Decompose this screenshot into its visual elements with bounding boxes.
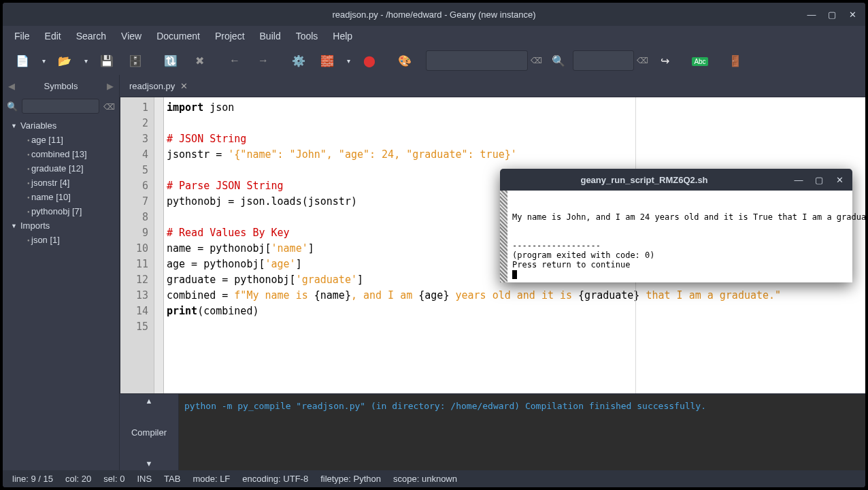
status-tab: TAB bbox=[164, 474, 180, 484]
symbol-filter-row: 🔍 bbox=[3, 97, 119, 116]
goto-entry[interactable] bbox=[573, 50, 634, 71]
statusbar: line: 9 / 15 col: 20 sel: 0 INS TAB mode… bbox=[3, 470, 865, 487]
document-tabs: readjson.py ✕ bbox=[120, 75, 865, 97]
maximize-button[interactable]: ▢ bbox=[822, 5, 842, 23]
menu-view[interactable]: View bbox=[114, 28, 149, 44]
menu-project[interactable]: Project bbox=[207, 28, 252, 44]
build-dropdown[interactable]: ▾ bbox=[341, 48, 355, 73]
status-mode: mode: LF bbox=[193, 474, 230, 484]
menu-document[interactable]: Document bbox=[149, 28, 207, 44]
compiler-output[interactable]: python -m py_compile "readjson.py" (in d… bbox=[178, 394, 865, 470]
tree-item[interactable]: ●combined [13] bbox=[3, 147, 119, 161]
menu-build[interactable]: Build bbox=[252, 28, 288, 44]
symbol-filter-clear-icon[interactable] bbox=[103, 100, 115, 112]
msg-next-icon[interactable]: ▼ bbox=[120, 459, 178, 468]
terminal-minimize-button[interactable]: — bbox=[788, 171, 809, 189]
reload-button[interactable] bbox=[156, 48, 185, 73]
tree-item[interactable]: ●age [11] bbox=[3, 133, 119, 147]
terminal-window: geany_run_script_RMZ6Q2.sh — ▢ ✕ My name… bbox=[500, 169, 852, 282]
new-dropdown[interactable]: ▾ bbox=[37, 48, 50, 73]
status-col: col: 20 bbox=[65, 474, 91, 484]
terminal-title: geany_run_script_RMZ6Q2.sh bbox=[500, 175, 788, 185]
toolbar: ▾ ▾ ▾ bbox=[3, 46, 865, 75]
find-button[interactable] bbox=[544, 48, 573, 73]
tab-label: readjson.py bbox=[129, 81, 175, 91]
nav-back-button[interactable] bbox=[220, 48, 249, 73]
jump-button[interactable] bbox=[650, 48, 679, 73]
save-all-button[interactable] bbox=[121, 48, 150, 73]
run-button[interactable] bbox=[355, 48, 384, 73]
status-sel: sel: 0 bbox=[103, 474, 124, 484]
close-button[interactable]: ✕ bbox=[842, 5, 863, 23]
nav-forward-button[interactable] bbox=[249, 48, 278, 73]
chevron-down-icon: ▼ bbox=[11, 223, 18, 229]
search-clear-icon[interactable] bbox=[528, 48, 544, 73]
terminal-titlebar: geany_run_script_RMZ6Q2.sh — ▢ ✕ bbox=[500, 169, 852, 191]
terminal-close-button[interactable]: ✕ bbox=[829, 171, 850, 189]
terminal-maximize-button[interactable]: ▢ bbox=[809, 171, 829, 189]
window-title: readjson.py - /home/edward - Geany (new … bbox=[3, 10, 865, 20]
tree-item[interactable]: ●name [10] bbox=[3, 190, 119, 204]
close-file-button[interactable] bbox=[185, 48, 214, 73]
bullet-icon: ● bbox=[23, 152, 29, 157]
terminal-body[interactable]: My name is John, and I am 24 years old a… bbox=[500, 191, 852, 282]
menu-edit[interactable]: Edit bbox=[37, 28, 69, 44]
message-panel: ▲ Compiler ▼ python -m py_compile "readj… bbox=[120, 393, 865, 470]
goto-clear-icon[interactable] bbox=[634, 48, 650, 73]
menu-tools[interactable]: Tools bbox=[288, 28, 326, 44]
spellcheck-button[interactable] bbox=[686, 48, 714, 73]
line-gutter: 123456789101112131415 bbox=[120, 97, 154, 393]
tree-group-variables[interactable]: ▼Variables bbox=[3, 118, 119, 133]
tree-item[interactable]: ●jsonstr [4] bbox=[3, 176, 119, 190]
save-button[interactable] bbox=[93, 48, 121, 73]
bullet-icon: ● bbox=[23, 138, 29, 142]
symbol-tree: ▼Variables●age [11]●combined [13]●gradua… bbox=[3, 116, 119, 470]
menu-search[interactable]: Search bbox=[69, 28, 114, 44]
symbol-filter-input[interactable] bbox=[22, 99, 99, 114]
build-button[interactable] bbox=[313, 48, 341, 73]
menu-file[interactable]: File bbox=[7, 28, 37, 44]
titlebar: readjson.py - /home/edward - Geany (new … bbox=[3, 3, 865, 26]
msg-prev-icon[interactable]: ▲ bbox=[120, 397, 178, 405]
bullet-icon: ● bbox=[23, 167, 29, 171]
menu-help[interactable]: Help bbox=[325, 28, 360, 44]
tab-readjson[interactable]: readjson.py ✕ bbox=[122, 78, 195, 94]
bullet-icon: ● bbox=[23, 238, 29, 242]
quit-button[interactable] bbox=[721, 48, 750, 73]
minimize-button[interactable]: — bbox=[801, 5, 822, 23]
tree-item[interactable]: ●json [1] bbox=[3, 233, 119, 247]
chevron-down-icon: ▼ bbox=[11, 122, 18, 129]
status-filetype: filetype: Python bbox=[320, 474, 381, 484]
status-scope: scope: unknown bbox=[393, 474, 457, 484]
tree-item[interactable]: ●pythonobj [7] bbox=[3, 204, 119, 218]
terminal-output: My name is John, and I am 24 years old a… bbox=[512, 212, 868, 270]
sidebar-next-icon[interactable]: ▶ bbox=[104, 81, 116, 91]
sidebar-tab-symbols[interactable]: Symbols bbox=[18, 81, 104, 91]
menubar: FileEditSearchViewDocumentProjectBuildTo… bbox=[3, 26, 865, 46]
bullet-icon: ● bbox=[23, 195, 29, 199]
status-ins: INS bbox=[137, 474, 152, 484]
msg-tab-compiler[interactable]: Compiler bbox=[120, 407, 178, 458]
compile-button[interactable] bbox=[284, 48, 313, 73]
sidebar-prev-icon[interactable]: ◀ bbox=[5, 81, 18, 91]
sidebar: ◀ Symbols ▶ 🔍 ▼Variables●age [11]●combin… bbox=[3, 75, 120, 470]
open-button[interactable] bbox=[50, 48, 79, 73]
search-entry[interactable] bbox=[426, 50, 528, 71]
terminal-cursor bbox=[512, 270, 517, 279]
color-chooser-button[interactable] bbox=[390, 48, 419, 73]
bullet-icon: ● bbox=[23, 210, 29, 214]
tree-item[interactable]: ●graduate [12] bbox=[3, 161, 119, 176]
search-icon: 🔍 bbox=[7, 101, 18, 112]
status-enc: encoding: UTF-8 bbox=[242, 474, 308, 484]
bullet-icon: ● bbox=[23, 181, 29, 185]
fold-margin bbox=[154, 97, 164, 393]
open-dropdown[interactable]: ▾ bbox=[79, 48, 93, 73]
new-file-button[interactable] bbox=[8, 48, 37, 73]
tree-group-imports[interactable]: ▼Imports bbox=[3, 218, 119, 233]
tab-close-icon[interactable]: ✕ bbox=[180, 81, 188, 91]
sidebar-tabs: ◀ Symbols ▶ bbox=[3, 75, 119, 97]
status-pos: line: 9 / 15 bbox=[12, 474, 53, 484]
